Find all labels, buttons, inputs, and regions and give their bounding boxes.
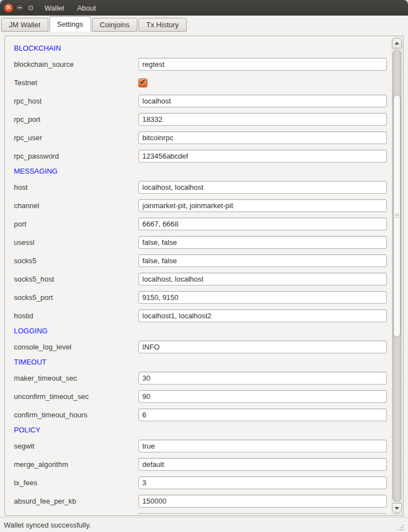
settings-row: segwit [14, 437, 387, 455]
minimize-button[interactable] [15, 3, 24, 13]
partial-field-input[interactable] [138, 513, 387, 515]
tab-coinjoins[interactable]: Coinjoins [92, 18, 137, 32]
tab-jm-wallet[interactable]: JM Wallet [1, 18, 48, 32]
settings-row: console_log_level [14, 338, 387, 356]
menubar: WalletAbout [44, 4, 96, 12]
settings-row: tx_fees [14, 474, 387, 492]
field-label: console_log_level [14, 343, 138, 351]
rpc-port-input[interactable] [138, 113, 387, 126]
menu-about[interactable]: About [77, 4, 96, 12]
resize-grip[interactable] [397, 524, 404, 531]
settings-row: blockchain_source [14, 55, 387, 73]
console-log-level-input[interactable] [138, 341, 387, 353]
field-label: socks5_host [14, 275, 138, 283]
minimize-icon [18, 7, 22, 8]
unconfirm-timeout-sec-input[interactable] [138, 390, 387, 403]
field-label: port [14, 220, 138, 228]
settings-row: merge_algorithm [14, 455, 387, 474]
field-label: channel [14, 201, 138, 210]
status-text: Wallet synced successfully. [4, 521, 91, 529]
hostid-input[interactable] [138, 309, 387, 322]
channel-input[interactable] [138, 199, 387, 212]
field-label: hostid [14, 312, 138, 320]
maximize-button[interactable] [26, 3, 36, 13]
maker-timeout-sec-input[interactable] [138, 372, 387, 385]
field-label: host [14, 183, 138, 191]
close-button[interactable]: ✕ [4, 3, 13, 13]
field-label: maker_timeout_sec [14, 374, 138, 382]
socks5-host-input[interactable] [138, 273, 387, 285]
field-label: blockchain_source [14, 60, 138, 68]
confirm-timeout-hours-input[interactable] [138, 408, 387, 421]
field-label: absurd_fee_per_kb [14, 497, 138, 505]
section-title-policy: POLICY [14, 425, 387, 435]
settings-row: hostid [14, 307, 387, 325]
menu-wallet[interactable]: Wallet [44, 4, 64, 12]
settings-row: rpc_port [14, 110, 387, 129]
rpc-host-input[interactable] [138, 95, 387, 107]
settings-row: absurd_fee_per_kb [14, 492, 387, 510]
port-input[interactable] [138, 218, 387, 230]
rpc-user-input[interactable] [138, 131, 387, 144]
settings-row: port [14, 215, 387, 233]
blockchain-source-input[interactable] [138, 58, 387, 71]
scroll-down-button[interactable] [392, 503, 402, 514]
field-label: unconfirm_timeout_sec [14, 392, 138, 401]
usessl-input[interactable] [138, 236, 387, 249]
arrow-up-icon [395, 42, 399, 45]
socks5-input[interactable] [138, 254, 387, 267]
field-label: usessl [14, 238, 138, 247]
tab-tx-history[interactable]: Tx History [138, 18, 187, 32]
status-bar: Wallet synced successfully. [0, 517, 408, 532]
settings-row: rpc_host [14, 92, 387, 110]
field-label: socks5 [14, 257, 138, 265]
scroll-up-button[interactable] [392, 38, 402, 48]
settings-row: socks5_port [14, 288, 387, 307]
field-label: rpc_port [14, 115, 138, 124]
field-label: segwit [14, 442, 138, 450]
maximize-icon [29, 6, 33, 10]
scrollbar-track[interactable] [392, 50, 401, 502]
tab-bar: JM WalletSettingsCoinjoinsTx History [0, 16, 408, 32]
tx-fees-input[interactable] [138, 476, 387, 489]
absurd-fee-per-kb-input[interactable] [138, 495, 387, 508]
field-label: confirm_timeout_hours [14, 411, 138, 419]
titlebar: ✕ WalletAbout [0, 0, 408, 16]
rpc-password-input[interactable] [138, 150, 387, 162]
settings-panel: BLOCKCHAINblockchain_sourceTestnet✔rpc_h… [4, 36, 404, 516]
settings-row: usessl [14, 233, 387, 252]
settings-row: socks5 [14, 252, 387, 270]
field-label: rpc_password [14, 152, 138, 160]
close-icon: ✕ [6, 5, 11, 11]
merge-algorithm-input[interactable] [138, 458, 387, 471]
section-title-blockchain: BLOCKCHAIN [14, 43, 387, 53]
check-icon: ✔ [140, 77, 146, 86]
settings-row: maker_timeout_sec [14, 369, 387, 387]
tab-settings[interactable]: Settings [49, 16, 91, 32]
field-label: rpc_user [14, 134, 138, 142]
section-title-messaging: MESSAGING [14, 166, 387, 176]
field-label: merge_algorithm [14, 460, 138, 469]
settings-row: host [14, 178, 387, 196]
field-label: Testnet [14, 78, 138, 87]
vertical-scrollbar[interactable] [391, 37, 402, 515]
field-label: socks5_port [14, 293, 138, 302]
section-title-timeout: TIMEOUT [14, 357, 387, 367]
settings-row: channel [14, 196, 387, 215]
host-input[interactable] [138, 181, 387, 194]
settings-row: Testnet✔ [14, 73, 387, 92]
scrollbar-thumb[interactable] [393, 95, 401, 337]
field-label: tx_fees [14, 479, 138, 487]
settings-row: rpc_password [14, 147, 387, 165]
app-window: ✕ WalletAbout JM WalletSettingsCoinjoins… [0, 0, 408, 532]
settings-row: unconfirm_timeout_sec [14, 387, 387, 406]
settings-row: rpc_user [14, 129, 387, 147]
testnet-checkbox[interactable]: ✔ [138, 78, 147, 87]
segwit-input[interactable] [138, 440, 387, 452]
grip-icon [395, 214, 399, 214]
socks5-port-input[interactable] [138, 291, 387, 304]
field-label: rpc_host [14, 97, 138, 105]
settings-row [14, 510, 387, 515]
settings-row: confirm_timeout_hours [14, 406, 387, 424]
settings-row: socks5_host [14, 270, 387, 288]
